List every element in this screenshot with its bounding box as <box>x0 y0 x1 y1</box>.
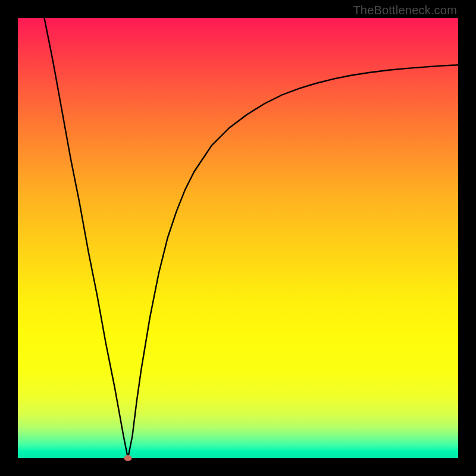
minimum-marker <box>124 455 132 461</box>
chart-frame: TheBottleneck.com <box>0 0 476 476</box>
plot-area <box>18 18 458 458</box>
curve-svg <box>18 18 458 458</box>
bottleneck-curve <box>44 18 458 458</box>
watermark-text: TheBottleneck.com <box>353 4 457 17</box>
